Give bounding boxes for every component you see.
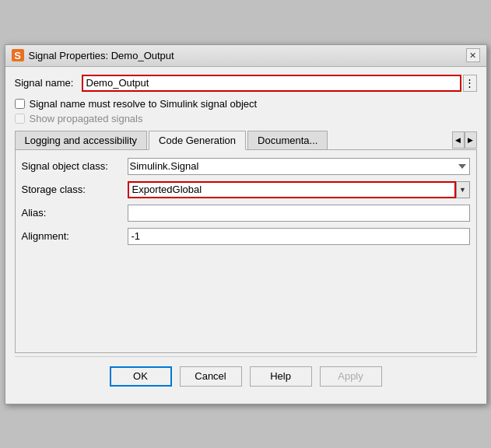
- alias-row: Alias:: [22, 205, 470, 222]
- alias-label: Alias:: [22, 207, 123, 219]
- storage-class-label: Storage class:: [22, 184, 123, 195]
- resolve-label: Signal name must resolve to Simulink sig…: [30, 98, 258, 110]
- signal-properties-dialog: S Signal Properties: Demo_Output ✕ Signa…: [5, 44, 487, 404]
- alignment-row: Alignment:: [22, 228, 470, 245]
- storage-class-dropdown-arrow[interactable]: ▼: [456, 181, 470, 198]
- tab-logging[interactable]: Logging and accessibility: [15, 131, 148, 150]
- title-bar: S Signal Properties: Demo_Output ✕: [5, 45, 486, 67]
- button-row: OK Cancel Help Apply: [15, 356, 477, 396]
- propagate-label: Show propagated signals: [30, 113, 143, 124]
- alignment-input[interactable]: [128, 228, 470, 245]
- alignment-label: Alignment:: [22, 230, 123, 242]
- dialog-title: Signal Properties: Demo_Output: [29, 50, 174, 61]
- tab-content: Signal object class: Simulink.Signal Sto…: [15, 150, 477, 353]
- resolve-checkbox[interactable]: [15, 99, 25, 109]
- signal-name-input[interactable]: [82, 75, 461, 92]
- apply-button[interactable]: Apply: [320, 366, 382, 387]
- signal-object-class-label: Signal object class:: [22, 160, 123, 172]
- dialog-icon: S: [12, 49, 24, 61]
- tabs-container: Logging and accessibility Code Generatio…: [15, 131, 477, 353]
- tab-documentation[interactable]: Documenta...: [247, 131, 328, 150]
- signal-name-menu-button[interactable]: ⋮: [463, 75, 477, 92]
- signal-name-row: Signal name: ⋮: [15, 75, 477, 92]
- propagate-checkbox-row: Show propagated signals: [15, 113, 477, 124]
- title-bar-left: S Signal Properties: Demo_Output: [12, 49, 174, 61]
- close-button[interactable]: ✕: [466, 48, 480, 62]
- signal-object-class-row: Signal object class: Simulink.Signal: [22, 158, 470, 175]
- storage-class-wrapper: ▼: [128, 181, 470, 198]
- storage-class-input[interactable]: [128, 181, 456, 198]
- resolve-checkbox-row: Signal name must resolve to Simulink sig…: [15, 98, 477, 110]
- help-button[interactable]: Help: [250, 366, 312, 387]
- signal-object-class-select[interactable]: Simulink.Signal: [128, 158, 470, 175]
- propagate-checkbox[interactable]: [15, 114, 25, 124]
- cancel-button[interactable]: Cancel: [180, 366, 242, 387]
- tab-scroll-left-button[interactable]: ◀: [452, 131, 465, 149]
- ok-button[interactable]: OK: [110, 366, 172, 387]
- menu-dots-icon: ⋮: [465, 77, 475, 89]
- dialog-content: Signal name: ⋮ Signal name must resolve …: [5, 67, 486, 404]
- tabs-header: Logging and accessibility Code Generatio…: [15, 131, 477, 150]
- tab-code-generation[interactable]: Code Generation: [149, 131, 246, 150]
- storage-class-row: Storage class: ▼: [22, 181, 470, 198]
- tab-scroll-right-button[interactable]: ▶: [465, 131, 477, 149]
- signal-name-input-wrapper: ⋮: [82, 75, 477, 92]
- alias-input[interactable]: [128, 205, 470, 222]
- tab-scroll-buttons: ◀ ▶: [452, 131, 477, 149]
- empty-area: [22, 251, 470, 345]
- signal-name-label: Signal name:: [15, 77, 77, 89]
